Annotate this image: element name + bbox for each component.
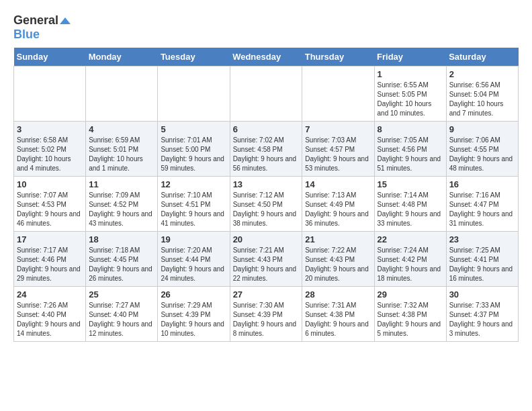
day-info: Sunrise: 7:31 AM Sunset: 4:38 PM Dayligh…	[305, 301, 371, 338]
calendar-cell: 15Sunrise: 7:14 AM Sunset: 4:48 PM Dayli…	[374, 177, 446, 232]
page-header: General Blue	[13, 13, 519, 41]
day-number: 9	[449, 124, 515, 134]
calendar-cell: 2Sunrise: 6:56 AM Sunset: 5:04 PM Daylig…	[446, 66, 518, 122]
day-number: 17	[17, 234, 83, 244]
day-number: 26	[161, 289, 226, 300]
calendar-cell: 5Sunrise: 7:01 AM Sunset: 5:00 PM Daylig…	[158, 122, 230, 177]
day-info: Sunrise: 7:02 AM Sunset: 4:58 PM Dayligh…	[233, 136, 300, 173]
calendar-cell: 7Sunrise: 7:03 AM Sunset: 4:57 PM Daylig…	[302, 122, 374, 177]
day-info: Sunrise: 7:01 AM Sunset: 5:00 PM Dayligh…	[161, 136, 226, 173]
day-info: Sunrise: 6:55 AM Sunset: 5:05 PM Dayligh…	[378, 81, 443, 118]
day-info: Sunrise: 6:59 AM Sunset: 5:01 PM Dayligh…	[89, 136, 154, 173]
calendar-cell: 28Sunrise: 7:31 AM Sunset: 4:38 PM Dayli…	[302, 287, 374, 342]
calendar-cell: 1Sunrise: 6:55 AM Sunset: 5:05 PM Daylig…	[374, 66, 446, 122]
calendar-cell: 20Sunrise: 7:21 AM Sunset: 4:43 PM Dayli…	[230, 232, 302, 287]
day-info: Sunrise: 7:21 AM Sunset: 4:43 PM Dayligh…	[233, 246, 300, 283]
day-number: 18	[89, 234, 154, 244]
calendar-cell: 10Sunrise: 7:07 AM Sunset: 4:53 PM Dayli…	[14, 177, 86, 232]
day-info: Sunrise: 7:24 AM Sunset: 4:42 PM Dayligh…	[378, 246, 443, 283]
day-number: 30	[449, 289, 515, 300]
calendar-cell: 16Sunrise: 7:16 AM Sunset: 4:47 PM Dayli…	[446, 177, 518, 232]
calendar-table: SundayMondayTuesdayWednesdayThursdayFrid…	[13, 48, 519, 342]
day-number: 22	[378, 234, 443, 244]
day-info: Sunrise: 7:14 AM Sunset: 4:48 PM Dayligh…	[378, 191, 443, 228]
calendar-body: 1Sunrise: 6:55 AM Sunset: 5:05 PM Daylig…	[14, 66, 519, 342]
weekday-header-row: SundayMondayTuesdayWednesdayThursdayFrid…	[14, 48, 519, 66]
calendar-cell: 27Sunrise: 7:30 AM Sunset: 4:39 PM Dayli…	[230, 287, 302, 342]
calendar-cell: 26Sunrise: 7:29 AM Sunset: 4:39 PM Dayli…	[158, 287, 230, 342]
day-info: Sunrise: 7:03 AM Sunset: 4:57 PM Dayligh…	[305, 136, 371, 173]
day-number: 8	[378, 124, 443, 134]
day-info: Sunrise: 7:25 AM Sunset: 4:41 PM Dayligh…	[449, 246, 515, 283]
day-info: Sunrise: 7:18 AM Sunset: 4:45 PM Dayligh…	[89, 246, 154, 283]
logo: General Blue	[13, 13, 71, 41]
day-info: Sunrise: 7:27 AM Sunset: 4:40 PM Dayligh…	[89, 301, 154, 338]
day-info: Sunrise: 7:22 AM Sunset: 4:43 PM Dayligh…	[305, 246, 371, 283]
day-info: Sunrise: 7:12 AM Sunset: 4:50 PM Dayligh…	[233, 191, 300, 228]
day-info: Sunrise: 7:06 AM Sunset: 4:55 PM Dayligh…	[449, 136, 515, 173]
day-number: 14	[305, 179, 371, 189]
calendar-week-row: 10Sunrise: 7:07 AM Sunset: 4:53 PM Dayli…	[14, 177, 519, 232]
calendar-cell: 18Sunrise: 7:18 AM Sunset: 4:45 PM Dayli…	[86, 232, 158, 287]
weekday-header-friday: Friday	[374, 48, 446, 66]
calendar-cell: 23Sunrise: 7:25 AM Sunset: 4:41 PM Dayli…	[446, 232, 518, 287]
day-info: Sunrise: 7:13 AM Sunset: 4:49 PM Dayligh…	[305, 191, 371, 228]
calendar-cell	[158, 66, 230, 122]
calendar-cell: 8Sunrise: 7:05 AM Sunset: 4:56 PM Daylig…	[374, 122, 446, 177]
calendar-cell: 30Sunrise: 7:33 AM Sunset: 4:37 PM Dayli…	[446, 287, 518, 342]
day-number: 2	[449, 69, 515, 79]
calendar-cell: 19Sunrise: 7:20 AM Sunset: 4:44 PM Dayli…	[158, 232, 230, 287]
day-number: 27	[233, 289, 300, 300]
day-info: Sunrise: 7:20 AM Sunset: 4:44 PM Dayligh…	[161, 246, 226, 283]
day-info: Sunrise: 7:33 AM Sunset: 4:37 PM Dayligh…	[449, 301, 515, 338]
day-number: 1	[378, 69, 443, 79]
day-info: Sunrise: 7:10 AM Sunset: 4:51 PM Dayligh…	[161, 191, 226, 228]
calendar-cell: 6Sunrise: 7:02 AM Sunset: 4:58 PM Daylig…	[230, 122, 302, 177]
day-number: 29	[378, 289, 443, 300]
day-info: Sunrise: 7:17 AM Sunset: 4:46 PM Dayligh…	[17, 246, 83, 283]
day-number: 19	[161, 234, 226, 244]
calendar-cell	[14, 66, 86, 122]
day-number: 12	[161, 179, 226, 189]
calendar-week-row: 17Sunrise: 7:17 AM Sunset: 4:46 PM Dayli…	[14, 232, 519, 287]
day-info: Sunrise: 7:26 AM Sunset: 4:40 PM Dayligh…	[17, 301, 83, 338]
calendar-cell: 14Sunrise: 7:13 AM Sunset: 4:49 PM Dayli…	[302, 177, 374, 232]
calendar-cell: 12Sunrise: 7:10 AM Sunset: 4:51 PM Dayli…	[158, 177, 230, 232]
weekday-header-monday: Monday	[86, 48, 158, 66]
calendar-week-row: 3Sunrise: 6:58 AM Sunset: 5:02 PM Daylig…	[14, 122, 519, 177]
day-number: 10	[17, 179, 83, 189]
calendar-cell: 17Sunrise: 7:17 AM Sunset: 4:46 PM Dayli…	[14, 232, 86, 287]
calendar-cell: 25Sunrise: 7:27 AM Sunset: 4:40 PM Dayli…	[86, 287, 158, 342]
calendar-cell	[302, 66, 374, 122]
calendar-cell: 4Sunrise: 6:59 AM Sunset: 5:01 PM Daylig…	[86, 122, 158, 177]
day-info: Sunrise: 7:29 AM Sunset: 4:39 PM Dayligh…	[161, 301, 226, 338]
day-number: 21	[305, 234, 371, 244]
calendar-header: SundayMondayTuesdayWednesdayThursdayFrid…	[14, 48, 519, 66]
day-info: Sunrise: 7:16 AM Sunset: 4:47 PM Dayligh…	[449, 191, 515, 228]
calendar-week-row: 24Sunrise: 7:26 AM Sunset: 4:40 PM Dayli…	[14, 287, 519, 342]
weekday-header-sunday: Sunday	[14, 48, 86, 66]
calendar-cell	[86, 66, 158, 122]
day-number: 6	[233, 124, 300, 134]
day-number: 23	[449, 234, 515, 244]
weekday-header-thursday: Thursday	[302, 48, 374, 66]
day-number: 15	[378, 179, 443, 189]
day-number: 4	[89, 124, 154, 134]
day-number: 16	[449, 179, 515, 189]
calendar-cell: 22Sunrise: 7:24 AM Sunset: 4:42 PM Dayli…	[374, 232, 446, 287]
day-info: Sunrise: 7:05 AM Sunset: 4:56 PM Dayligh…	[378, 136, 443, 173]
day-number: 20	[233, 234, 300, 244]
day-number: 7	[305, 124, 371, 134]
day-info: Sunrise: 7:30 AM Sunset: 4:39 PM Dayligh…	[233, 301, 300, 338]
calendar-week-row: 1Sunrise: 6:55 AM Sunset: 5:05 PM Daylig…	[14, 66, 519, 122]
day-number: 13	[233, 179, 300, 189]
weekday-header-tuesday: Tuesday	[158, 48, 230, 66]
calendar-cell: 3Sunrise: 6:58 AM Sunset: 5:02 PM Daylig…	[14, 122, 86, 177]
day-number: 25	[89, 289, 154, 300]
day-info: Sunrise: 7:07 AM Sunset: 4:53 PM Dayligh…	[17, 191, 83, 228]
day-number: 3	[17, 124, 83, 134]
calendar-cell: 29Sunrise: 7:32 AM Sunset: 4:38 PM Dayli…	[374, 287, 446, 342]
calendar-cell: 9Sunrise: 7:06 AM Sunset: 4:55 PM Daylig…	[446, 122, 518, 177]
day-info: Sunrise: 6:56 AM Sunset: 5:04 PM Dayligh…	[449, 81, 515, 118]
day-number: 24	[17, 289, 83, 300]
